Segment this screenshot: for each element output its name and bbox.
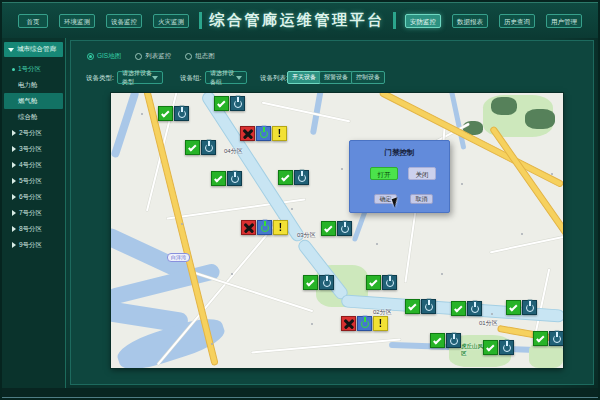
power-icon xyxy=(256,126,271,141)
sidebar-item-zone5[interactable]: 5号分区 xyxy=(2,173,65,189)
device-marker-ok[interactable] xyxy=(278,170,309,185)
device-marker-ok[interactable] xyxy=(185,140,216,155)
check-icon xyxy=(321,221,336,236)
radio-icon xyxy=(135,53,142,60)
device-marker-ok[interactable] xyxy=(214,96,245,111)
sidebar-item-zone4[interactable]: 4号分区 xyxy=(2,157,65,173)
radio-icon xyxy=(87,53,94,60)
map-poi-dots xyxy=(141,113,143,115)
sidebar-item-utility-cabin[interactable]: 综合舱 xyxy=(2,109,65,125)
device-type-label: 设备类型: xyxy=(86,71,114,85)
check-icon xyxy=(405,299,420,314)
chevron-right-icon xyxy=(12,178,16,184)
sidebar-item-label: 5号分区 xyxy=(19,177,42,186)
power-icon xyxy=(467,301,482,316)
nav-user-mgmt-button[interactable]: 用户管理 xyxy=(546,14,582,28)
title-decor-bar-left xyxy=(199,12,202,29)
alarm-device-button[interactable]: 报警设备 xyxy=(319,71,353,84)
power-icon xyxy=(446,333,461,348)
radio-config-diagram[interactable]: 组态图 xyxy=(185,52,215,61)
mouse-cursor xyxy=(392,197,401,208)
sidebar-header[interactable]: 城市综合管廊 xyxy=(4,42,63,57)
sidebar-item-label: 3号分区 xyxy=(19,145,42,154)
power-icon xyxy=(337,221,352,236)
power-icon xyxy=(421,299,436,314)
power-icon xyxy=(382,275,397,290)
title-area: 综合管廊运维管理平台 xyxy=(199,11,396,30)
nav-device-monitor-button[interactable]: 设备监控 xyxy=(106,14,142,28)
close-door-button[interactable]: 关闭 xyxy=(408,167,436,180)
nav-fire-monitor-button[interactable]: 火灾监测 xyxy=(153,14,189,28)
radio-list-monitor[interactable]: 列表监控 xyxy=(135,52,171,61)
map-place-label: 白洋湾 xyxy=(167,253,190,262)
device-marker-ok[interactable] xyxy=(430,333,461,348)
sidebar-item-zone1[interactable]: 1号分区 xyxy=(2,61,65,77)
sidebar-item-label: 电力舱 xyxy=(18,81,38,90)
device-marker-alarm[interactable]: ! xyxy=(240,126,287,141)
app-window: 首页 环境监测 设备监控 火灾监测 综合管廊运维管理平台 安防监控 数据报表 历… xyxy=(0,0,600,400)
nav-report-button[interactable]: 数据报表 xyxy=(452,14,488,28)
sidebar-item-zone3[interactable]: 3号分区 xyxy=(2,141,65,157)
switch-device-button[interactable]: 开关设备 xyxy=(287,71,321,84)
power-icon xyxy=(227,171,242,186)
sidebar-item-label: 6号分区 xyxy=(19,193,42,202)
sidebar-item-zone2[interactable]: 2号分区 xyxy=(2,125,65,141)
device-type-select[interactable]: 请选择设备类型 xyxy=(117,71,163,84)
alert-exclamation-icon: ! xyxy=(273,220,288,235)
nav-home-button[interactable]: 首页 xyxy=(18,14,48,28)
check-icon xyxy=(366,275,381,290)
sidebar-item-power-cabin[interactable]: 电力舱 xyxy=(2,77,65,93)
control-device-button[interactable]: 控制设备 xyxy=(351,71,385,84)
sidebar-item-zone7[interactable]: 7号分区 xyxy=(2,205,65,221)
open-door-button[interactable]: 打开 xyxy=(370,167,398,180)
nav-security-button[interactable]: 安防监控 xyxy=(405,14,441,28)
sidebar-item-label: 4号分区 xyxy=(19,161,42,170)
map-road xyxy=(194,272,314,313)
device-marker-ok[interactable] xyxy=(158,106,189,121)
chevron-right-icon xyxy=(12,210,16,216)
gis-map[interactable]: 04分区03分区02分区01分区 白洋湾虎丘山风景区 !!! 门禁控制 打开 关… xyxy=(111,93,563,368)
check-icon xyxy=(506,300,521,315)
device-marker-ok[interactable] xyxy=(405,299,436,314)
alert-exclamation-icon: ! xyxy=(272,126,287,141)
check-icon xyxy=(211,171,226,186)
nav-left-group: 首页 环境监测 设备监控 火灾监测 xyxy=(18,14,189,28)
device-marker-ok[interactable] xyxy=(451,301,482,316)
device-type-value: 请选择设备类型 xyxy=(122,69,152,87)
map-trees xyxy=(491,97,517,115)
power-icon xyxy=(294,170,309,185)
chevron-right-icon xyxy=(12,226,16,232)
device-marker-ok[interactable] xyxy=(321,221,352,236)
device-marker-ok[interactable] xyxy=(483,340,514,355)
device-marker-ok[interactable] xyxy=(533,331,563,346)
sidebar-item-zone9[interactable]: 9号分区 xyxy=(2,237,65,253)
power-icon xyxy=(522,300,537,315)
sidebar-item-zone6[interactable]: 6号分区 xyxy=(2,189,65,205)
nav-history-button[interactable]: 历史查询 xyxy=(499,14,535,28)
device-marker-ok[interactable] xyxy=(366,275,397,290)
zone-label: 04分区 xyxy=(224,147,243,156)
device-marker-alarm[interactable]: ! xyxy=(341,316,388,331)
title-decor-bar-right xyxy=(393,12,396,29)
map-road xyxy=(262,102,350,123)
alert-exclamation-icon: ! xyxy=(373,316,388,331)
device-group-select[interactable]: 请选择设备组 xyxy=(205,71,247,84)
sidebar-item-zone8[interactable]: 8号分区 xyxy=(2,221,65,237)
device-marker-ok[interactable] xyxy=(303,275,334,290)
top-navigation-bar: 首页 环境监测 设备监控 火灾监测 综合管廊运维管理平台 安防监控 数据报表 历… xyxy=(2,2,598,38)
cancel-button[interactable]: 取消 xyxy=(410,194,433,204)
zone-label: 03分区 xyxy=(297,231,316,240)
sidebar-item-label: 2号分区 xyxy=(19,129,42,138)
device-marker-ok[interactable] xyxy=(211,171,242,186)
device-marker-ok[interactable] xyxy=(506,300,537,315)
chevron-right-icon xyxy=(12,242,16,248)
device-marker-alarm[interactable]: ! xyxy=(241,220,288,235)
power-icon xyxy=(174,106,189,121)
map-trees xyxy=(525,109,555,129)
radio-gis-map[interactable]: GIS地图 xyxy=(87,52,121,61)
sidebar-item-gas-cabin[interactable]: 燃气舱 xyxy=(4,93,63,109)
nav-environment-button[interactable]: 环境监测 xyxy=(59,14,95,28)
device-group-label: 设备组: xyxy=(180,71,201,85)
filter-bar: 设备类型: 请选择设备类型 设备组: 请选择设备组 设备列表: 开关设备 报警设… xyxy=(71,71,593,87)
power-icon xyxy=(549,331,563,346)
